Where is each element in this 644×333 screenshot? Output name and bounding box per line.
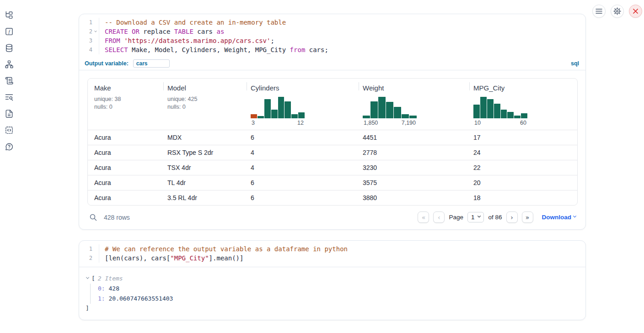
- column-stat: nulls: 0: [167, 103, 243, 111]
- download-button[interactable]: Download: [542, 214, 576, 221]
- histogram-bar: [409, 116, 417, 118]
- database-icon[interactable]: [4, 43, 14, 53]
- histogram-bar: [386, 102, 393, 118]
- column-header-cylinders[interactable]: Cylinders312: [247, 79, 359, 130]
- histogram-bar: [298, 112, 305, 118]
- row-count: 428 rows: [104, 214, 130, 221]
- table-body: AcuraMDX6445117AcuraRSX Type S 2dr427782…: [88, 130, 577, 206]
- scratchpad-scroll-icon[interactable]: [4, 76, 14, 86]
- shutdown-button[interactable]: [629, 5, 642, 18]
- line-number: 2: [79, 254, 92, 263]
- close-icon: [633, 9, 638, 14]
- output-variable-label: Output variable:: [85, 60, 129, 67]
- histogram-max-label: 12: [297, 120, 304, 126]
- close-bracket: ]: [86, 305, 578, 312]
- data-table: Makeunique: 38nulls: 0Modelunique: 425nu…: [87, 78, 578, 206]
- tree-entry: 0: 428: [98, 284, 578, 294]
- code-line: 1# We can reference the output variable …: [79, 244, 585, 254]
- dependency-graph-icon[interactable]: [4, 59, 14, 69]
- first-page-button[interactable]: «: [418, 211, 429, 223]
- sql-editor[interactable]: 1-- Download a CSV and create an in-memo…: [79, 14, 585, 58]
- table-row: AcuraRSX Type S 2dr4277824: [88, 145, 577, 160]
- histogram-mpg_city: 1060: [473, 95, 527, 126]
- column-header-mpg_city[interactable]: MPG_City1060: [470, 79, 577, 130]
- fold-chevron-icon[interactable]: [94, 30, 97, 32]
- histogram-bar: [363, 116, 370, 118]
- table-cell: 20: [470, 175, 577, 190]
- table-cell: MDX: [164, 130, 247, 145]
- prev-page-button[interactable]: ‹: [433, 211, 445, 223]
- notebook-actions: [592, 5, 642, 18]
- table-cell: Acura: [88, 145, 164, 160]
- settings-button[interactable]: [611, 5, 624, 18]
- line-number: 1: [79, 244, 92, 254]
- svg-text:f: f: [8, 29, 11, 34]
- snippets-icon[interactable]: [4, 125, 14, 135]
- histogram-bar: [370, 101, 378, 119]
- table-cell: 6: [247, 175, 359, 190]
- table-cell: 6: [247, 190, 359, 206]
- hamburger-icon: [596, 8, 602, 14]
- histogram-bar: [473, 105, 480, 118]
- code-line: 1-- Download a CSV and create an in-memo…: [79, 18, 585, 27]
- search-icon: [89, 213, 97, 222]
- column-header-model[interactable]: Modelunique: 425nulls: 0: [164, 79, 247, 130]
- histogram-bar: [278, 97, 284, 119]
- search-button[interactable]: [89, 213, 97, 222]
- histogram-bar: [378, 97, 386, 119]
- language-badge[interactable]: sql: [571, 60, 579, 67]
- python-editor[interactable]: 1# We can reference the output variable …: [79, 241, 585, 267]
- column-stat: nulls: 0: [94, 103, 160, 111]
- next-page-button[interactable]: ›: [506, 211, 518, 223]
- help-icon[interactable]: [4, 142, 14, 152]
- table-row: AcuraMDX6445117: [88, 130, 577, 145]
- column-name: Model: [167, 84, 243, 92]
- table-cell: 4: [247, 160, 359, 175]
- column-name: MPG_City: [473, 84, 574, 92]
- output-variable-input[interactable]: [133, 59, 170, 68]
- documentation-icon[interactable]: [4, 109, 14, 119]
- line-number: 1: [79, 18, 92, 27]
- table-row: AcuraTL 4dr6357520: [88, 175, 577, 190]
- chevron-down-icon: [478, 214, 481, 217]
- output-variable-strip: Output variable: sql: [79, 58, 585, 70]
- code-line: 2CREATE OR replace TABLE cars as: [79, 27, 585, 36]
- table-footer: 428 rows « ‹ Page 1 of 86 › » Download: [87, 211, 578, 223]
- histogram-bar: [394, 107, 401, 118]
- histogram-bar: [487, 99, 494, 119]
- column-header-make[interactable]: Makeunique: 38nulls: 0: [88, 79, 164, 130]
- menu-button[interactable]: [592, 5, 606, 18]
- download-label: Download: [542, 214, 572, 221]
- function-square-icon[interactable]: f: [4, 26, 14, 37]
- page-select[interactable]: 1: [467, 212, 484, 222]
- line-number: 4: [79, 45, 92, 54]
- file-tree-icon[interactable]: [4, 10, 14, 20]
- sql-output: Makeunique: 38nulls: 0Modelunique: 425nu…: [79, 70, 585, 229]
- table-cell: Acura: [88, 130, 164, 145]
- page-select-value: 1: [471, 214, 475, 221]
- table-cell: 3575: [359, 175, 470, 190]
- column-header-weight[interactable]: Weight1,8507,190: [359, 79, 470, 130]
- gear-icon: [613, 7, 621, 15]
- logs-search-icon[interactable]: [4, 92, 14, 102]
- tree-entry: 1: 20.060747663551403: [98, 294, 578, 304]
- line-number: 2: [79, 27, 92, 36]
- code-line: 4SELECT Make, Model, Cylinders, Weight, …: [79, 45, 585, 54]
- table-cell: 3.5 RL 4dr: [164, 190, 247, 206]
- last-page-button[interactable]: »: [522, 211, 533, 223]
- histogram-bar: [514, 116, 521, 118]
- pagination: « ‹ Page 1 of 86 › » Download: [418, 211, 576, 223]
- table-row: AcuraTSX 4dr4323022: [88, 160, 577, 175]
- items-count-label: 2 Items: [98, 275, 123, 282]
- sql-cell: 1-- Download a CSV and create an in-memo…: [79, 14, 586, 230]
- collapse-chevron-icon[interactable]: [86, 275, 89, 279]
- table-cell: 18: [470, 190, 577, 206]
- histogram-bar: [501, 110, 507, 118]
- histogram-cylinders: 312: [251, 95, 305, 126]
- python-output: [ 2 Items 0: 4281: 20.060747663551403 ]: [79, 267, 585, 320]
- sidebar: f: [0, 0, 18, 333]
- line-number: 3: [79, 36, 92, 45]
- table-cell: 3880: [359, 190, 470, 206]
- notebook-cells: 1-- Download a CSV and create an in-memo…: [79, 0, 586, 320]
- column-stat: unique: 425: [167, 95, 243, 103]
